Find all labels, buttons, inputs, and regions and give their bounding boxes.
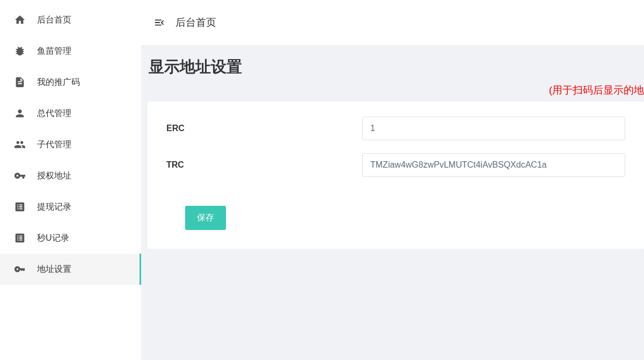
sidebar-item-address-settings[interactable]: 地址设置	[0, 254, 141, 285]
sidebar-item-promo[interactable]: 我的推广码	[0, 67, 141, 98]
sidebar-item-auth-address[interactable]: 授权地址	[0, 160, 141, 191]
sidebar-item-fish[interactable]: 鱼苗管理	[0, 35, 141, 67]
topbar: 后台首页	[141, 0, 644, 46]
key-icon	[13, 169, 26, 182]
menu-toggle-icon[interactable]	[153, 16, 166, 29]
sidebar-item-label: 提现记录	[37, 201, 71, 213]
trc-input[interactable]	[362, 153, 625, 177]
sidebar-item-label: 我的推广码	[37, 77, 80, 88]
sidebar-item-label: 授权地址	[37, 170, 71, 182]
list-icon	[13, 232, 26, 244]
erc-input[interactable]	[362, 117, 625, 140]
notice-text: (用于扫码后显示的地	[148, 83, 644, 97]
sidebar-item-label: 子代管理	[37, 139, 71, 150]
sidebar-item-withdraw[interactable]: 提现记录	[0, 191, 141, 222]
page-title: 显示地址设置	[148, 56, 644, 78]
key-settings-icon	[13, 263, 26, 276]
bug-icon	[13, 45, 26, 57]
list-icon	[13, 200, 26, 213]
sidebar-item-subagent[interactable]: 子代管理	[0, 129, 141, 160]
content: 显示地址设置 (用于扫码后显示的地 ERC TRC 保存	[141, 46, 644, 249]
person-icon	[13, 107, 26, 120]
main-area: 后台首页 显示地址设置 (用于扫码后显示的地 ERC TRC 保存	[141, 0, 644, 360]
sidebar-item-u-record[interactable]: 秒U记录	[0, 222, 141, 254]
people-icon	[13, 138, 26, 151]
sidebar-item-label: 地址设置	[37, 264, 71, 275]
sidebar-item-agent[interactable]: 总代管理	[0, 98, 141, 129]
doc-icon	[13, 76, 26, 89]
sidebar-item-label: 鱼苗管理	[37, 46, 71, 57]
sidebar-item-home[interactable]: 后台首页	[0, 4, 141, 35]
save-button[interactable]: 保存	[185, 206, 226, 230]
sidebar-item-label: 后台首页	[37, 15, 71, 26]
topbar-title: 后台首页	[175, 16, 216, 30]
sidebar-item-label: 秒U记录	[37, 233, 69, 244]
home-icon	[13, 13, 26, 26]
form-row-trc: TRC	[166, 153, 625, 177]
form-row-erc: ERC	[166, 117, 625, 140]
form-card: ERC TRC 保存	[148, 102, 644, 249]
sidebar-item-label: 总代管理	[37, 108, 71, 119]
sidebar: 后台首页 鱼苗管理 我的推广码 总代管理 子代管理	[0, 0, 141, 360]
erc-label: ERC	[166, 124, 362, 133]
trc-label: TRC	[166, 160, 362, 170]
